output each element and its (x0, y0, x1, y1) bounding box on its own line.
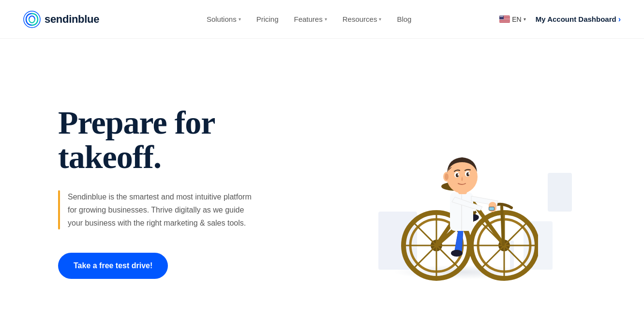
hero-description-wrapper: Sendinblue is the smartest and most intu… (58, 190, 300, 230)
svg-rect-65 (489, 207, 494, 210)
main-nav: Solutions ▾ Pricing Features ▾ Resources… (119, 15, 499, 23)
svg-point-20 (500, 16, 501, 17)
svg-line-44 (502, 207, 503, 244)
features-chevron-icon: ▾ (325, 16, 327, 22)
language-arrow-icon: ▾ (524, 16, 526, 22)
svg-rect-10 (499, 20, 510, 21)
svg-point-60 (457, 174, 459, 176)
language-selector[interactable]: EN ▾ (499, 15, 525, 23)
svg-point-23 (502, 16, 503, 17)
account-dashboard-link[interactable]: My Account Dashboard › (536, 15, 621, 24)
nav-resources[interactable]: Resources ▾ (343, 15, 382, 23)
svg-point-15 (500, 16, 500, 16)
yellow-accent-bar (58, 190, 60, 230)
svg-point-19 (503, 16, 503, 16)
account-chevron-icon: › (618, 15, 621, 24)
svg-rect-13 (499, 22, 510, 23)
svg-rect-8 (499, 19, 510, 20)
nav-solutions[interactable]: Solutions ▾ (207, 15, 241, 23)
background-element-right (548, 173, 572, 212)
svg-point-18 (502, 16, 503, 16)
site-header: sendinblue Solutions ▾ Pricing Features … (0, 0, 644, 39)
hero-content: Prepare for takeoff. Sendinblue is the s… (58, 106, 300, 279)
character-scene (359, 76, 562, 308)
svg-point-61 (468, 173, 469, 175)
svg-point-63 (445, 173, 449, 180)
hero-character-bicycle-svg (383, 91, 538, 294)
hero-section: Prepare for takeoff. Sendinblue is the s… (0, 39, 644, 336)
header-right: EN ▾ My Account Dashboard › (499, 15, 621, 24)
nav-pricing[interactable]: Pricing (256, 15, 279, 23)
svg-rect-11 (499, 21, 510, 22)
sendinblue-logo-icon (23, 11, 41, 28)
svg-point-49 (451, 250, 463, 257)
svg-point-21 (501, 16, 501, 17)
svg-rect-9 (499, 20, 510, 20)
hero-title: Prepare for takeoff. (58, 106, 300, 175)
nav-features[interactable]: Features ▾ (294, 15, 327, 23)
nav-blog[interactable]: Blog (397, 15, 411, 23)
cta-button[interactable]: Take a free test drive! (58, 253, 168, 279)
logo-link[interactable]: sendinblue (23, 11, 99, 28)
hero-illustration (300, 71, 621, 313)
svg-rect-12 (499, 22, 510, 22)
resources-chevron-icon: ▾ (379, 16, 381, 22)
svg-point-22 (502, 16, 502, 17)
solutions-chevron-icon: ▾ (239, 16, 241, 22)
flag-icon (499, 15, 510, 23)
svg-point-17 (501, 16, 502, 16)
logo-text: sendinblue (45, 13, 99, 26)
language-label: EN (512, 15, 521, 23)
hero-description: Sendinblue is the smartest and most intu… (68, 190, 252, 230)
svg-point-16 (500, 16, 501, 16)
